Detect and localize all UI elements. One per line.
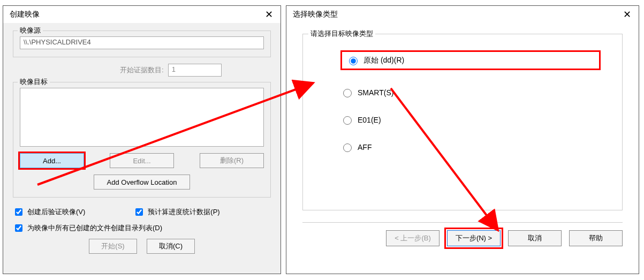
dialog-title: 创建映像 [10, 10, 40, 19]
radio-smart[interactable]: SMART(S) [340, 87, 601, 97]
target-button-row: Add... Edit... 删除(R) [20, 153, 264, 168]
listing-check-input[interactable] [15, 224, 22, 232]
radio-aff-input[interactable] [343, 143, 352, 152]
verify-check-input[interactable] [15, 208, 22, 216]
verify-checkbox[interactable]: 创建后验证映像(V) [13, 207, 85, 217]
separator [302, 222, 623, 223]
radio-aff-label: AFF [358, 143, 372, 152]
type-legend: 请选择目标映像类型 [308, 29, 375, 39]
precalc-check-input[interactable] [135, 208, 143, 216]
start-evidence-row: 开始证据数目: 1 [13, 64, 271, 77]
cancel-button-right[interactable]: 取消 [508, 230, 562, 246]
radio-raw[interactable]: 原始 (dd)(R) [346, 55, 404, 65]
checkbox-group: 创建后验证映像(V) 预计算进度统计数据(P) 为映像中所有已创建的文件创建目录… [13, 204, 271, 233]
radio-aff[interactable]: AFF [340, 142, 601, 152]
bottom-button-row: 开始(S) 取消(C) [13, 239, 271, 254]
radio-raw-label: 原始 (dd)(R) [363, 56, 404, 65]
dialog-body-right: 请选择目标映像类型 原始 (dd)(R) SMART(S) E01(E) [286, 23, 639, 274]
wizard-button-row: < 上一步(B) 下一步(N) > 取消 帮助 [302, 230, 623, 246]
source-input[interactable]: \\.\PHYSICALDRIVE4 [20, 36, 264, 49]
radio-group: 原始 (dd)(R) SMART(S) E01(E) AFF [340, 50, 601, 152]
close-icon[interactable]: ✕ [261, 7, 276, 22]
titlebar-left: 创建映像 ✕ [3, 6, 281, 23]
target-fieldset: 映像目标 Add... Edit... 删除(R) Add Overflow L… [13, 82, 271, 198]
create-image-dialog: 创建映像 ✕ 映像源 \\.\PHYSICALDRIVE4 开始证据数目: 1 … [3, 5, 281, 274]
overflow-button[interactable]: Add Overflow Location [94, 175, 190, 190]
radio-smart-input[interactable] [343, 89, 352, 97]
target-listbox[interactable] [20, 88, 264, 147]
precalc-label: 预计算进度统计数据(P) [148, 207, 219, 217]
close-icon[interactable]: ✕ [619, 7, 634, 22]
titlebar-right: 选择映像类型 ✕ [286, 6, 639, 23]
cancel-button[interactable]: 取消(C) [147, 239, 195, 254]
add-button[interactable]: Add... [20, 153, 84, 168]
start-button: 开始(S) [89, 239, 137, 254]
verify-label: 创建后验证映像(V) [27, 207, 85, 217]
precalc-checkbox[interactable]: 预计算进度统计数据(P) [133, 207, 219, 217]
radio-e01-input[interactable] [343, 116, 352, 125]
radio-e01[interactable]: E01(E) [340, 115, 601, 125]
radio-smart-label: SMART(S) [358, 88, 393, 97]
help-button[interactable]: 帮助 [569, 230, 623, 246]
target-legend: 映像目标 [18, 77, 50, 87]
start-evidence-label: 开始证据数目: [120, 65, 164, 75]
back-button: < 上一步(B) [386, 230, 440, 246]
next-button[interactable]: 下一步(N) > [447, 230, 501, 246]
listing-label: 为映像中所有已创建的文件创建目录列表(D) [27, 223, 162, 233]
type-fieldset: 请选择目标映像类型 原始 (dd)(R) SMART(S) E01(E) [302, 34, 623, 210]
source-fieldset: 映像源 \\.\PHYSICALDRIVE4 [13, 31, 271, 57]
raw-highlight: 原始 (dd)(R) [340, 50, 601, 70]
overflow-row: Add Overflow Location [20, 175, 264, 190]
edit-button: Edit... [110, 153, 174, 168]
radio-e01-label: E01(E) [358, 116, 381, 124]
radio-raw-input[interactable] [349, 57, 358, 65]
select-image-type-dialog: 选择映像类型 ✕ 请选择目标映像类型 原始 (dd)(R) SMART(S) [286, 5, 639, 274]
dialog-title-right: 选择映像类型 [293, 10, 338, 19]
start-evidence-input[interactable]: 1 [168, 64, 222, 77]
listing-checkbox[interactable]: 为映像中所有已创建的文件创建目录列表(D) [13, 223, 271, 233]
remove-button: 删除(R) [200, 153, 264, 168]
source-legend: 映像源 [18, 26, 43, 35]
dialog-body-left: 映像源 \\.\PHYSICALDRIVE4 开始证据数目: 1 映像目标 Ad… [3, 23, 281, 274]
